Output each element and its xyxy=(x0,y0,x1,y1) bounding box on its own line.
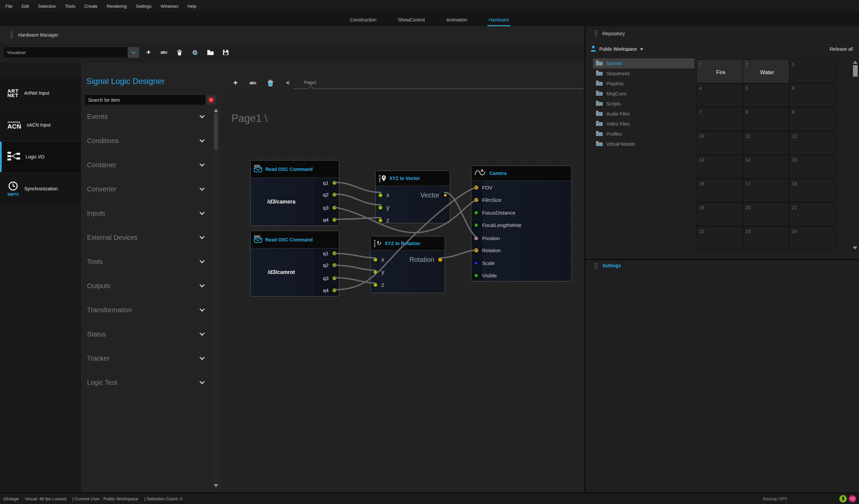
node-output-q4[interactable]: q4 xyxy=(323,215,337,224)
save-button[interactable] xyxy=(222,49,230,56)
output-port-icon[interactable] xyxy=(332,218,337,222)
node-read-osc-command[interactable]: OSCRead OSC Command /d3/camera q1 q2 q3 … xyxy=(250,160,339,226)
drag-handle-icon[interactable] xyxy=(10,31,13,39)
repo-cell-21[interactable]: 21 xyxy=(789,202,835,226)
menu-edit[interactable]: Edit xyxy=(21,4,29,9)
category-tools[interactable]: Tools xyxy=(81,249,213,274)
category-logic-test[interactable]: Logic Test xyxy=(81,370,213,395)
release-all-button[interactable]: Release all xyxy=(830,46,853,52)
repo-cell-11[interactable]: 11 xyxy=(743,131,789,155)
input-port-icon[interactable] xyxy=(373,283,378,287)
node-camera[interactable]: Camera FOV FilmSize FocusDistance FocalL… xyxy=(471,166,572,281)
node-output-q2[interactable]: q2 xyxy=(323,260,337,270)
repo-folder-video-files[interactable]: Video Files xyxy=(593,119,694,129)
input-port-icon[interactable] xyxy=(474,273,478,278)
repo-cell-12[interactable]: 12 xyxy=(789,131,835,155)
output-port-icon[interactable] xyxy=(332,263,337,267)
output-port-icon[interactable] xyxy=(332,276,337,280)
repo-cell-24[interactable]: 24 xyxy=(789,226,835,250)
sidebar-item-artnet-input[interactable]: ARTNET ArtNet Input xyxy=(0,78,81,108)
scroll-down-icon[interactable] xyxy=(853,246,857,249)
category-external-devices[interactable]: External Devices xyxy=(81,225,213,249)
input-port-icon[interactable] xyxy=(474,198,478,202)
repo-folder-sequences[interactable]: Sequences xyxy=(593,68,694,79)
tab-animation[interactable]: Animation xyxy=(445,17,468,26)
menu-settings[interactable]: Settings xyxy=(136,4,151,9)
output-port-icon[interactable] xyxy=(332,181,337,185)
repo-cell-9[interactable]: 9 xyxy=(789,107,835,131)
node-input-rotation[interactable]: Rotation xyxy=(474,245,501,255)
input-port-icon[interactable] xyxy=(474,261,478,265)
node-input-z[interactable]: z xyxy=(378,216,389,225)
add-button[interactable]: + xyxy=(145,48,152,57)
menu-windows[interactable]: Windows xyxy=(161,4,178,9)
scroll-up-icon[interactable] xyxy=(853,61,858,64)
menu-file[interactable]: File xyxy=(5,4,12,9)
repo-cell-3[interactable]: 3 xyxy=(789,59,835,83)
node-output-q1[interactable]: q1 xyxy=(323,248,337,258)
delete-button[interactable] xyxy=(175,49,183,56)
scroll-up-icon[interactable] xyxy=(214,109,218,112)
menu-create[interactable]: Create xyxy=(84,4,97,9)
node-header[interactable]: xyzXYZ to Vector xyxy=(376,171,450,186)
repo-cell-22[interactable]: 22 xyxy=(696,226,743,250)
input-port-icon[interactable] xyxy=(474,236,478,241)
category-conditions[interactable]: Conditions xyxy=(81,128,213,153)
input-port-icon[interactable] xyxy=(474,223,478,227)
repo-cell-20[interactable]: 20 xyxy=(743,202,789,226)
repo-cell-23[interactable]: 23 xyxy=(743,226,789,250)
repo-cell-4[interactable]: 4 xyxy=(696,83,743,107)
search-input[interactable]: Search for item xyxy=(85,95,205,105)
settings-header[interactable]: Settings xyxy=(586,263,621,269)
scrollbar-thumb[interactable] xyxy=(853,65,858,77)
node-header[interactable]: OSCRead OSC Command xyxy=(251,161,339,178)
page-tab[interactable]: Page1 xyxy=(304,80,317,85)
node-xyz-to-vector[interactable]: xyzXYZ to Vector x y z Vector xyxy=(375,171,450,223)
output-port-icon[interactable] xyxy=(332,193,337,197)
rename-button[interactable]: abc xyxy=(160,50,168,55)
repo-folder-scripts[interactable]: Scripts xyxy=(593,99,694,109)
node-header[interactable]: xyz↻XYZ to Rotation xyxy=(371,236,445,250)
node-xyz-to-rotation[interactable]: xyz↻XYZ to Rotation x y z Rotation xyxy=(370,236,445,293)
node-input-x[interactable]: x xyxy=(373,255,384,264)
node-output-q1[interactable]: q1 xyxy=(323,178,337,187)
sidebar-item-logic-io[interactable]: Logic I/O xyxy=(0,142,81,172)
input-port-icon[interactable] xyxy=(474,248,478,253)
category-tracker[interactable]: Tracker xyxy=(81,346,213,370)
output-port-icon[interactable] xyxy=(332,205,337,210)
menu-tools[interactable]: Tools xyxy=(65,4,75,9)
output-port-icon[interactable] xyxy=(443,193,448,197)
repo-cell-13[interactable]: 13 xyxy=(696,155,743,179)
category-inputs[interactable]: Inputs xyxy=(81,201,213,225)
node-read-osc-command[interactable]: OSCRead OSC Command /d3/camrot q1 q2 q3 … xyxy=(250,231,339,296)
node-input-filmsize[interactable]: FilmSize xyxy=(474,195,501,204)
visualizer-selector[interactable]: Visualizer xyxy=(3,47,139,58)
category-status[interactable]: Status xyxy=(81,322,213,346)
input-port-icon[interactable] xyxy=(378,218,383,223)
visibility-status-icon[interactable] xyxy=(848,495,856,503)
delete-page-button[interactable] xyxy=(267,80,274,86)
add-node-button[interactable]: + xyxy=(231,79,240,87)
repo-cell-5[interactable]: 5 xyxy=(743,83,789,107)
node-output-q4[interactable]: q4 xyxy=(323,286,337,295)
node-input-fov[interactable]: FOV xyxy=(474,183,493,192)
repo-cell-6[interactable]: 6 xyxy=(789,83,835,107)
output-port-icon[interactable] xyxy=(438,258,442,262)
node-input-position[interactable]: Position xyxy=(474,233,500,243)
repo-cell-18[interactable]: 18 xyxy=(789,179,835,202)
settings-button[interactable]: ⚙⚙ xyxy=(191,49,199,57)
repo-cell-14[interactable]: 14 xyxy=(743,155,789,179)
node-input-z[interactable]: z xyxy=(373,280,384,289)
back-button[interactable]: < xyxy=(284,80,292,86)
tab-construction[interactable]: Construction xyxy=(349,17,378,26)
tab-hardware[interactable]: Hardware xyxy=(487,17,511,26)
category-converter[interactable]: Converter xyxy=(81,177,213,201)
node-output-vector[interactable]: Vector xyxy=(420,190,448,200)
repo-folder-audio-files[interactable]: Audio Files xyxy=(593,109,694,119)
repo-cell-8[interactable]: 8 xyxy=(743,107,789,131)
menu-help[interactable]: Help xyxy=(187,4,197,9)
node-output-rotation[interactable]: Rotation xyxy=(409,255,443,264)
input-port-icon[interactable] xyxy=(378,193,383,197)
rename-page-button[interactable]: abc xyxy=(249,80,257,85)
repo-cell-7[interactable]: 7 xyxy=(696,107,743,131)
